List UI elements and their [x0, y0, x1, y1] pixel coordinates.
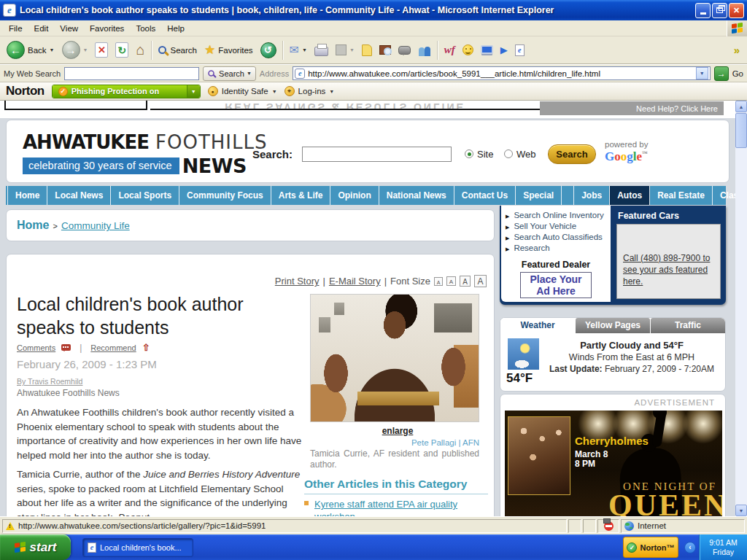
- nav-tab-home[interactable]: Home: [7, 186, 47, 205]
- other-article-link[interactable]: Kyrene staff attend EPA air quality work…: [314, 498, 475, 516]
- go-button[interactable]: →: [714, 66, 729, 81]
- font-size-xlarge-button[interactable]: A: [474, 275, 487, 287]
- history-button[interactable]: ↺: [257, 39, 280, 62]
- search-button[interactable]: Search: [155, 39, 201, 62]
- radio-site[interactable]: [465, 149, 473, 158]
- nav-tab-autos[interactable]: Autos: [610, 186, 650, 205]
- stop-button[interactable]: ✕: [91, 39, 112, 62]
- site-logo[interactable]: AHWATUKEE FOOTHILLS celebrating 30 years…: [23, 131, 267, 177]
- scrollbar-thumb[interactable]: [735, 113, 747, 148]
- messenger-button[interactable]: [414, 39, 435, 62]
- radio-web[interactable]: [504, 149, 513, 158]
- webfetti-button[interactable]: wf: [441, 39, 459, 62]
- taskbar-task-button[interactable]: e Local children's book...: [82, 538, 193, 557]
- refresh-button[interactable]: ↻: [112, 39, 132, 62]
- font-size-large-button[interactable]: A: [460, 276, 471, 287]
- minimize-button[interactable]: [695, 3, 711, 18]
- screensaver-button[interactable]: [477, 39, 497, 62]
- tab-weather[interactable]: Weather: [500, 318, 575, 333]
- mail-icon: ✉: [290, 43, 299, 57]
- site-search-input[interactable]: [302, 147, 452, 162]
- go-label[interactable]: Go: [732, 69, 743, 78]
- favorites-button[interactable]: ★ Favorites: [201, 39, 257, 62]
- recommend-link[interactable]: Recommend: [90, 343, 136, 352]
- comments-link[interactable]: Comments: [17, 343, 55, 352]
- nav-tab-community-focus[interactable]: Community Focus: [179, 186, 271, 205]
- tray-expand-chevron[interactable]: ‹: [684, 542, 696, 553]
- toolbar-overflow-chevron[interactable]: »: [734, 44, 744, 56]
- identity-safe-button[interactable]: ● Identity Safe ▼: [208, 86, 277, 96]
- menu-help[interactable]: Help: [161, 22, 190, 35]
- radio-site-label[interactable]: Site: [477, 149, 493, 160]
- phishing-dropdown-icon[interactable]: ▼: [187, 85, 200, 98]
- address-url[interactable]: http://www.ahwatukee.com/articles/book_5…: [308, 69, 692, 78]
- scroll-down-button[interactable]: ▼: [735, 505, 747, 516]
- vertical-scrollbar[interactable]: ▲ ▼: [735, 101, 747, 516]
- place-your-ad-button[interactable]: Place Your Ad Here: [520, 272, 592, 298]
- need-help-link[interactable]: Need Help? Click Here: [540, 101, 724, 115]
- mail-dropdown-icon[interactable]: ▼: [302, 47, 307, 52]
- menu-tools[interactable]: Tools: [130, 22, 161, 35]
- logins-button[interactable]: ✳ Log-ins ▼: [285, 86, 335, 96]
- menu-edit[interactable]: Edit: [28, 22, 55, 35]
- tab-yellow-pages[interactable]: Yellow Pages: [576, 318, 650, 333]
- identity-dropdown-icon[interactable]: ▼: [272, 89, 277, 94]
- breadcrumb-current-link[interactable]: Community Life: [61, 220, 130, 231]
- back-button[interactable]: ← Back ▼: [3, 39, 58, 62]
- address-dropdown-icon[interactable]: ▼: [696, 67, 708, 79]
- discuss-button[interactable]: [395, 39, 414, 62]
- scroll-up-button[interactable]: ▲: [735, 101, 747, 112]
- autos-link-sell[interactable]: ▶ Sell Your Vehicle: [501, 221, 611, 232]
- email-story-link[interactable]: E-Mail Story: [329, 276, 381, 287]
- nav-tab-local-sports[interactable]: Local Sports: [111, 186, 179, 205]
- close-button[interactable]: ✕: [729, 3, 744, 18]
- toolbar-separator: [151, 41, 152, 60]
- smiley-button[interactable]: [459, 39, 477, 62]
- font-size-small-button[interactable]: A: [434, 277, 443, 286]
- nav-tab-local-news[interactable]: Local News: [47, 186, 111, 205]
- start-button[interactable]: start: [0, 534, 71, 560]
- autos-link-classifieds[interactable]: ▶ Search Auto Classifieds: [501, 232, 611, 243]
- logins-dropdown-icon[interactable]: ▼: [329, 89, 334, 94]
- breadcrumb-home-link[interactable]: Home: [17, 219, 49, 232]
- nav-tab-national-news[interactable]: National News: [379, 186, 454, 205]
- search-options-dropdown-icon[interactable]: ▼: [247, 71, 252, 76]
- my-web-search-input[interactable]: [64, 67, 199, 80]
- back-dropdown-icon[interactable]: ▼: [50, 47, 55, 52]
- nav-tab-jobs[interactable]: Jobs: [573, 186, 610, 205]
- advertisement-banner[interactable]: Cherryholmes March 8 8 PM ONE NIGHT OF Q…: [505, 411, 722, 516]
- site-search-button[interactable]: Search: [548, 144, 596, 164]
- article-byline-link[interactable]: By Travis Roemhild: [17, 377, 82, 386]
- menu-view[interactable]: View: [54, 22, 84, 35]
- my-web-search-button[interactable]: Search ▼: [203, 66, 256, 81]
- autos-link-research[interactable]: ▶ Research: [501, 243, 611, 254]
- phishing-protection-button[interactable]: ✓ Phishing Protection on ▼: [52, 85, 201, 98]
- font-size-medium-button[interactable]: A: [446, 276, 456, 286]
- address-input[interactable]: e http://www.ahwatukee.com/articles/book…: [293, 66, 710, 80]
- mail-button[interactable]: ✉ ▼: [286, 39, 311, 62]
- autos-link-inventory[interactable]: ▶ Search Online Inventory: [501, 210, 611, 221]
- print-story-link[interactable]: Print Story: [275, 276, 320, 287]
- print-button[interactable]: [311, 39, 332, 62]
- restore-button[interactable]: [712, 3, 727, 18]
- article-photo[interactable]: [310, 294, 479, 422]
- cursor-button[interactable]: ▶: [497, 39, 511, 62]
- menu-favorites[interactable]: Favorites: [84, 22, 130, 35]
- home-button[interactable]: ⌂: [132, 39, 148, 62]
- enlarge-link[interactable]: enlarge: [310, 426, 485, 436]
- forward-button[interactable]: → ▼: [58, 39, 92, 62]
- tab-traffic[interactable]: Traffic: [651, 318, 725, 333]
- notes-button[interactable]: [358, 39, 376, 62]
- nav-tab-arts-life[interactable]: Arts & Life: [271, 186, 331, 205]
- edoc-button[interactable]: e: [511, 39, 528, 62]
- featured-cars-link[interactable]: Call (480) 898-7900 to see your ads feat…: [623, 252, 715, 287]
- norton-tray-badge[interactable]: ✓ Norton™: [623, 537, 678, 558]
- research-button[interactable]: [376, 39, 395, 62]
- radio-web-label[interactable]: Web: [516, 149, 536, 160]
- nav-tab-contact-us[interactable]: Contact Us: [454, 186, 516, 205]
- nav-tab-real-estate[interactable]: Real Estate: [650, 186, 713, 205]
- nav-tab-opinion[interactable]: Opinion: [330, 186, 379, 205]
- menu-file[interactable]: File: [3, 22, 28, 35]
- edit-button[interactable]: ▼: [332, 39, 358, 62]
- nav-tab-special[interactable]: Special: [516, 186, 562, 205]
